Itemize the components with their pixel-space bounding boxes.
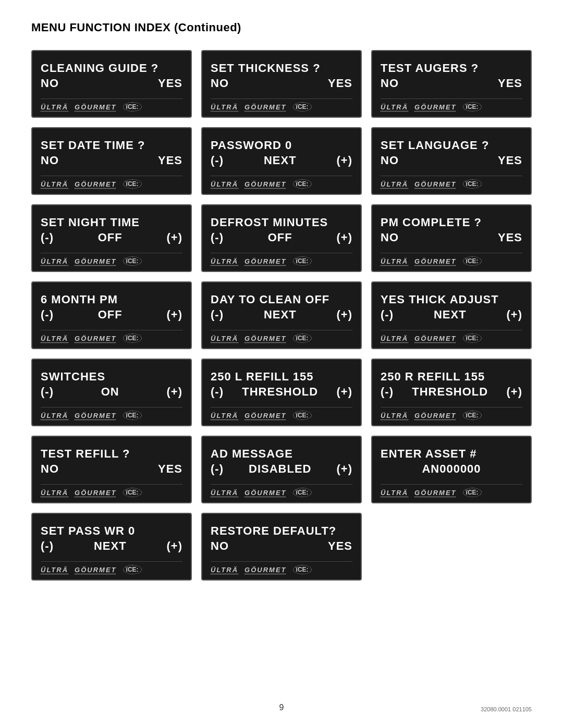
menu-card-enter-asset: ENTER ASSET #AN000000ÜLTRÄGÖURMETïCE:: [371, 436, 532, 503]
card-content: CLEANING GUIDE ?NOYES: [41, 58, 182, 93]
menu-card-password: PASSWORD 0(-)NEXT(+)ÜLTRÄGÖURMETïCE:: [201, 127, 362, 195]
card-center: ON: [101, 385, 119, 399]
card-no: NO: [381, 154, 399, 167]
brand-ice: ïCE:: [123, 334, 142, 343]
empty-cell: [371, 513, 532, 581]
card-footer: ÜLTRÄGÖURMETïCE:: [41, 330, 182, 343]
card-content: AD MESSAGE(-)DISABLED(+): [211, 444, 352, 479]
card-yes: YES: [498, 77, 522, 90]
brand-ultra: ÜLTRÄ: [211, 180, 238, 188]
card-line1: ENTER ASSET #: [381, 447, 522, 461]
card-line1: SET LANGUAGE ?: [381, 139, 522, 152]
menu-card-cleaning-guide: CLEANING GUIDE ?NOYESÜLTRÄGÖURMETïCE:: [31, 50, 192, 118]
menu-card-ad-message: AD MESSAGE(-)DISABLED(+)ÜLTRÄGÖURMETïCE:: [201, 436, 362, 503]
card-line1: DEFROST MINUTES: [211, 216, 352, 229]
card-plus: (+): [336, 231, 352, 244]
card-content: RESTORE DEFAULT?NOYES: [211, 521, 352, 556]
brand-ultra: ÜLTRÄ: [41, 180, 68, 188]
card-line1: SET THICKNESS ?: [211, 61, 352, 75]
brand-gourmet: GÖURMET: [414, 257, 456, 265]
card-yes: YES: [328, 77, 352, 90]
card-center: NEXT: [264, 154, 297, 167]
brand-ice: ïCE:: [463, 102, 482, 112]
card-footer: ÜLTRÄGÖURMETïCE:: [381, 253, 522, 266]
card-plus: (+): [507, 385, 523, 399]
brand-ultra: ÜLTRÄ: [211, 566, 238, 574]
card-yes: YES: [498, 154, 522, 167]
card-footer: ÜLTRÄGÖURMETïCE:: [211, 561, 352, 574]
card-content: 6 MONTH PM(-)OFF(+): [41, 290, 182, 325]
card-minus: (-): [381, 308, 394, 322]
card-footer: ÜLTRÄGÖURMETïCE:: [41, 253, 182, 266]
card-center: NEXT: [94, 539, 127, 553]
card-content: SET PASS WR 0(-)NEXT(+): [41, 521, 182, 556]
card-footer: ÜLTRÄGÖURMETïCE:: [41, 98, 182, 112]
menu-card-250-l-refill: 250 L REFILL 155(-)THRESHOLD(+)ÜLTRÄGÖUR…: [201, 359, 362, 426]
card-line1: SET PASS WR 0: [41, 524, 182, 538]
card-line1: RESTORE DEFAULT?: [211, 524, 352, 538]
brand-gourmet: GÖURMET: [414, 180, 456, 188]
card-no: NO: [41, 462, 59, 476]
card-plus: (+): [336, 308, 352, 322]
menu-card-set-date-time: SET DATE TIME ?NOYESÜLTRÄGÖURMETïCE:: [31, 127, 192, 195]
card-line2: NOYES: [381, 154, 522, 167]
card-line1: SET DATE TIME ?: [41, 139, 182, 152]
card-plus: (+): [166, 385, 182, 399]
card-line2: (-)OFF(+): [41, 308, 182, 322]
brand-ice: ïCE:: [123, 256, 142, 266]
card-footer: ÜLTRÄGÖURMETïCE:: [211, 253, 352, 266]
menu-card-pm-complete: PM COMPLETE ?NOYESÜLTRÄGÖURMETïCE:: [371, 204, 532, 272]
menu-card-defrost-minutes: DEFROST MINUTES(-)OFF(+)ÜLTRÄGÖURMETïCE:: [201, 204, 362, 272]
brand-ultra: ÜLTRÄ: [211, 103, 238, 111]
brand-ultra: ÜLTRÄ: [41, 103, 68, 111]
card-line1: CLEANING GUIDE ?: [41, 61, 182, 75]
menu-card-test-refill: TEST REFILL ?NOYESÜLTRÄGÖURMETïCE:: [31, 436, 192, 503]
card-footer: ÜLTRÄGÖURMETïCE:: [381, 330, 522, 343]
card-content: SET DATE TIME ?NOYES: [41, 135, 182, 170]
card-content: TEST AUGERS ?NOYES: [381, 58, 522, 93]
card-line2: NOYES: [211, 539, 352, 553]
card-line2: (-)DISABLED(+): [211, 462, 352, 476]
card-footer: ÜLTRÄGÖURMETïCE:: [381, 407, 522, 420]
card-line2: NOYES: [381, 231, 522, 244]
menu-card-day-to-clean-off: DAY TO CLEAN OFF(-)NEXT(+)ÜLTRÄGÖURMETïC…: [201, 281, 362, 349]
card-yes: YES: [328, 539, 352, 553]
card-footer: ÜLTRÄGÖURMETïCE:: [41, 484, 182, 497]
brand-gourmet: GÖURMET: [414, 335, 456, 342]
brand-ultra: ÜLTRÄ: [381, 489, 408, 497]
card-line1: 250 R REFILL 155: [381, 370, 522, 384]
card-no: NO: [381, 77, 399, 90]
brand-ultra: ÜLTRÄ: [41, 412, 68, 419]
brand-ultra: ÜLTRÄ: [41, 335, 68, 342]
card-footer: ÜLTRÄGÖURMETïCE:: [381, 484, 522, 497]
card-line2: (-)OFF(+): [211, 231, 352, 244]
brand-ultra: ÜLTRÄ: [381, 412, 408, 419]
brand-ice: ïCE:: [123, 179, 142, 189]
brand-gourmet: GÖURMET: [244, 103, 286, 111]
card-line2: NOYES: [41, 77, 182, 90]
brand-gourmet: GÖURMET: [244, 335, 286, 342]
card-line2: NOYES: [211, 77, 352, 90]
card-plus: (+): [166, 539, 182, 553]
card-center: THRESHOLD: [412, 385, 488, 399]
card-footer: ÜLTRÄGÖURMETïCE:: [381, 98, 522, 112]
brand-gourmet: GÖURMET: [244, 412, 286, 419]
card-footer: ÜLTRÄGÖURMETïCE:: [41, 561, 182, 574]
brand-gourmet: GÖURMET: [414, 103, 456, 111]
brand-gourmet: GÖURMET: [244, 489, 286, 497]
card-minus: (-): [211, 385, 224, 399]
brand-ice: ïCE:: [463, 179, 482, 189]
brand-ice: ïCE:: [123, 102, 142, 112]
card-minus: (-): [211, 231, 224, 244]
page-number: 9: [279, 703, 284, 712]
brand-ultra: ÜLTRÄ: [381, 257, 408, 265]
card-plus: (+): [166, 308, 182, 322]
menu-card-restore-default: RESTORE DEFAULT?NOYESÜLTRÄGÖURMETïCE:: [201, 513, 362, 581]
card-yes: YES: [498, 231, 522, 244]
card-minus: (-): [211, 154, 224, 167]
brand-gourmet: GÖURMET: [75, 335, 116, 342]
card-footer: ÜLTRÄGÖURMETïCE:: [211, 98, 352, 112]
card-line2: NOYES: [41, 154, 182, 167]
card-line2: (-)NEXT(+): [381, 308, 522, 322]
brand-gourmet: GÖURMET: [75, 566, 116, 574]
